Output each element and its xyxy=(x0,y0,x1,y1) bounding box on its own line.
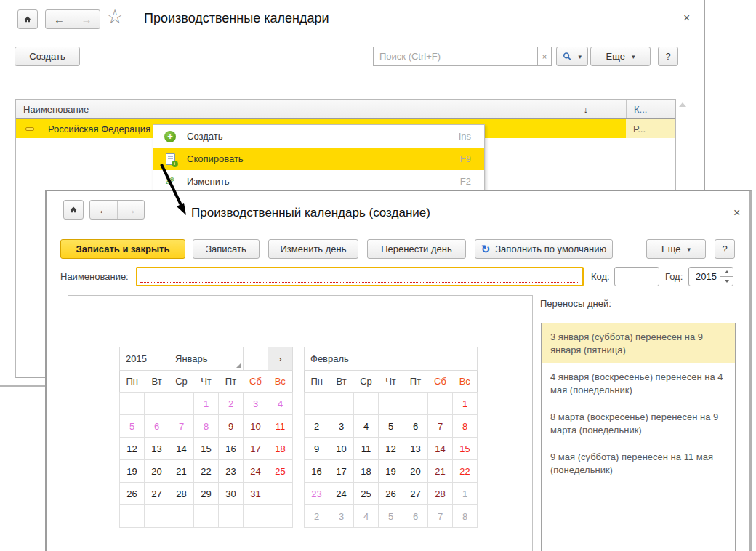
help-button[interactable]: ? xyxy=(658,47,678,66)
calendar-day-cell[interactable]: 6 xyxy=(403,505,428,528)
calendar-day-cell[interactable]: 21 xyxy=(428,460,453,483)
calendar-day-cell[interactable]: 8 xyxy=(194,415,219,438)
calendar-day-cell[interactable]: 23 xyxy=(305,483,329,505)
calendar-day-cell[interactable]: 4 xyxy=(354,415,379,438)
calendar-day-cell[interactable]: 13 xyxy=(145,438,169,460)
calendar-day-cell[interactable]: 21 xyxy=(169,460,194,483)
calendar-day-cell[interactable]: 16 xyxy=(305,460,329,483)
forward-button[interactable]: → xyxy=(117,201,144,219)
calendar-day-cell[interactable]: 26 xyxy=(120,483,145,505)
name-column-header[interactable]: Наименование ↓ xyxy=(16,100,626,118)
calendar-month-name[interactable]: Январь xyxy=(169,347,244,371)
calendar-day-cell[interactable]: 9 xyxy=(219,415,244,438)
calendar-year-cell[interactable]: 2015 xyxy=(120,347,169,371)
calendar-next-month-button[interactable]: › xyxy=(268,347,293,371)
calendar-day-cell[interactable]: 11 xyxy=(354,438,379,460)
calendar-day-cell[interactable]: 16 xyxy=(219,438,244,460)
calendar-day-cell[interactable]: 14 xyxy=(169,438,194,460)
home-button[interactable] xyxy=(17,9,38,29)
calendar-day-cell[interactable]: 17 xyxy=(244,438,268,460)
window2-close-icon[interactable]: × xyxy=(733,207,740,219)
calendar-day-cell[interactable]: 26 xyxy=(379,483,403,505)
calendar-day-cell[interactable]: 29 xyxy=(194,483,219,505)
calendar-day-cell[interactable]: 8 xyxy=(453,505,478,528)
calendar-day-cell[interactable]: 2 xyxy=(305,505,329,528)
calendar-day-cell[interactable]: 1 xyxy=(453,483,478,505)
code-column-header[interactable]: К... xyxy=(626,100,675,118)
transfer-item[interactable]: 4 января (воскресенье) перенесен на 4 ма… xyxy=(542,363,735,403)
calendar-day-cell[interactable]: 20 xyxy=(145,460,169,483)
calendar-day-cell[interactable]: 22 xyxy=(453,460,478,483)
calendar-day-cell[interactable]: 20 xyxy=(403,460,428,483)
calendar-day-cell[interactable]: 13 xyxy=(403,438,428,460)
calendar-day-cell[interactable]: 28 xyxy=(428,483,453,505)
fill-default-button[interactable]: Заполнить по умолчанию xyxy=(475,239,613,259)
calendar-day-cell[interactable]: 3 xyxy=(329,415,354,438)
calendar-day-cell[interactable]: 6 xyxy=(403,415,428,438)
calendar-day-cell[interactable]: 12 xyxy=(379,438,403,460)
home-button[interactable] xyxy=(63,200,84,220)
calendar-day-cell[interactable]: 9 xyxy=(305,438,329,460)
row-code-cell[interactable]: Р... xyxy=(626,119,675,138)
calendar-day-cell[interactable]: 14 xyxy=(428,438,453,460)
scrollbar-up-icon[interactable] xyxy=(679,102,686,107)
calendar-day-cell[interactable]: 24 xyxy=(329,483,354,505)
forward-button[interactable]: → xyxy=(73,10,100,28)
menu-item-copy[interactable]: Скопировать F9 xyxy=(153,148,484,170)
search-options-button[interactable] xyxy=(556,47,588,66)
calendar-day-cell[interactable]: 23 xyxy=(219,460,244,483)
back-button[interactable]: ← xyxy=(46,10,73,28)
calendar-day-cell[interactable]: 7 xyxy=(428,415,453,438)
edit-day-button[interactable]: Изменить день xyxy=(268,239,358,259)
calendar-day-cell[interactable]: 19 xyxy=(379,460,403,483)
calendar-day-cell[interactable]: 30 xyxy=(219,483,244,505)
calendar-day-cell[interactable]: 15 xyxy=(453,438,478,460)
calendar-day-cell[interactable]: 17 xyxy=(329,460,354,483)
transfer-item[interactable]: 8 марта (воскресенье) перенесен на 9 мар… xyxy=(542,403,735,443)
code-input[interactable] xyxy=(614,267,659,286)
panel-splitter[interactable] xyxy=(536,295,536,551)
calendar-day-cell[interactable]: 11 xyxy=(268,415,293,438)
calendar-day-cell[interactable]: 10 xyxy=(244,415,268,438)
calendar-day-cell[interactable]: 5 xyxy=(379,415,403,438)
calendar-day-cell[interactable]: 25 xyxy=(268,460,293,483)
calendar-day-cell[interactable]: 5 xyxy=(379,505,403,528)
favorite-star-icon[interactable]: ☆ xyxy=(106,7,124,27)
create-button[interactable]: Создать xyxy=(15,47,80,66)
calendar-day-cell[interactable]: 7 xyxy=(428,505,453,528)
calendar-day-cell[interactable]: 5 xyxy=(120,415,145,438)
calendar-day-cell[interactable]: 18 xyxy=(354,460,379,483)
window1-close-icon[interactable]: × xyxy=(683,12,690,24)
calendar-day-cell[interactable]: 3 xyxy=(329,505,354,528)
menu-item-create[interactable]: Создать Ins xyxy=(153,125,484,148)
calendar-day-cell[interactable]: 18 xyxy=(268,438,293,460)
transfer-item[interactable]: 3 января (суббота) перенесен на 9 января… xyxy=(542,323,735,363)
search-clear-button[interactable]: × xyxy=(537,47,552,66)
more-button[interactable]: Еще xyxy=(590,47,651,66)
save-button[interactable]: Записать xyxy=(193,239,260,259)
calendar-day-cell[interactable]: 27 xyxy=(403,483,428,505)
transfer-item[interactable]: 9 мая (суббота) перенесен на 11 мая (пон… xyxy=(542,443,735,483)
name-input[interactable] xyxy=(136,267,584,286)
calendar-day-cell[interactable]: 28 xyxy=(169,483,194,505)
year-input[interactable]: 2015 xyxy=(688,267,733,286)
spinner-up-button[interactable] xyxy=(720,268,733,276)
calendar-day-cell[interactable]: 7 xyxy=(169,415,194,438)
calendar-day-cell[interactable]: 31 xyxy=(244,483,268,505)
calendar-day-cell[interactable]: 2 xyxy=(219,393,244,415)
more-button[interactable]: Еще xyxy=(646,239,706,259)
calendar-day-cell[interactable]: 22 xyxy=(194,460,219,483)
calendar-day-cell[interactable]: 3 xyxy=(244,393,268,415)
calendar-day-cell[interactable]: 1 xyxy=(194,393,219,415)
calendar-day-cell[interactable]: 19 xyxy=(120,460,145,483)
calendar-day-cell[interactable]: 6 xyxy=(145,415,169,438)
calendar-day-cell[interactable]: 24 xyxy=(244,460,268,483)
spinner-down-button[interactable] xyxy=(720,276,733,286)
calendar-day-cell[interactable]: 2 xyxy=(305,415,329,438)
calendar-day-cell[interactable]: 1 xyxy=(453,393,478,415)
calendar-day-cell[interactable]: 25 xyxy=(354,483,379,505)
search-input[interactable] xyxy=(373,47,537,66)
calendar-day-cell[interactable]: 10 xyxy=(329,438,354,460)
calendar-day-cell[interactable]: 15 xyxy=(194,438,219,460)
calendar-day-cell[interactable]: 4 xyxy=(268,393,293,415)
